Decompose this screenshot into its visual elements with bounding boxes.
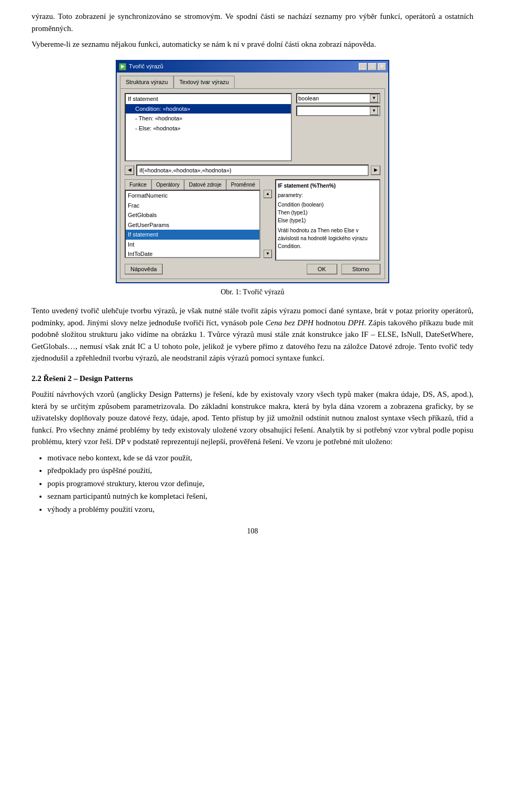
bullet-item-1: motivace nebo kontext, kde se dá vzor po…: [47, 452, 473, 464]
tree-item-if[interactable]: If statement: [126, 94, 291, 104]
intro-paragraph-1: výrazu. Toto zobrazení je synchronizován…: [32, 11, 473, 34]
func-panel: Funkce Operátory Datové zdroje Proměnné …: [125, 179, 272, 261]
dialog-caption: Obr. 1: Tvořič výrazů: [32, 286, 473, 297]
func-tab-promenne[interactable]: Proměnné: [226, 179, 260, 190]
body-paragraph-1: Tento uvedený tvořič ulehčuje tvorbu výr…: [32, 305, 473, 364]
titlebar-buttons[interactable]: _ □ ✕: [359, 63, 386, 70]
titlebar-left: ▶ Tvořič výrazů: [119, 62, 163, 71]
dropdown-arrow-1[interactable]: ▼: [370, 94, 378, 102]
info-description: Vrátí hodnotu za Then nebo Else v závisl…: [278, 227, 378, 250]
func-tab-datove[interactable]: Datové zdroje: [184, 179, 226, 190]
tree-item-else[interactable]: - Else: «hodnota»: [126, 124, 291, 133]
dialog-content: If statement Condition: «hodnota» - Then…: [120, 88, 385, 279]
page-content: výrazu. Toto zobrazení je synchronizován…: [32, 11, 473, 537]
bullet-item-4: seznam participantů nutných ke kompletac…: [47, 490, 473, 502]
ok-storno-buttons: OK Storno: [307, 264, 380, 274]
napoveda-button[interactable]: Nápověda: [125, 264, 163, 274]
top-panels: If statement Condition: «hodnota» - Then…: [125, 93, 380, 161]
info-param-else: Else (type1): [278, 217, 378, 224]
intro-paragraph-2: Vybereme-li ze seznamu nějakou funkci, a…: [32, 38, 473, 50]
close-button[interactable]: ✕: [378, 63, 386, 70]
dropdown-arrow-2[interactable]: ▼: [370, 107, 378, 115]
dialog-container: ▶ Tvořič výrazů _ □ ✕ Struktura výrazu T…: [32, 60, 473, 284]
bottom-row: Nápověda OK Storno: [125, 264, 380, 274]
expression-bar[interactable]: if(«hodnota»,«hodnota»,«hodnota»): [136, 165, 369, 176]
tree-item-condition[interactable]: Condition: «hodnota»: [126, 104, 291, 114]
info-title: IF statement (%Then%): [278, 182, 378, 190]
storno-button[interactable]: Storno: [341, 264, 380, 274]
tab-struktura[interactable]: Struktura výrazu: [120, 76, 174, 89]
bullet-list: motivace nebo kontext, kde se dá vzor po…: [47, 452, 473, 516]
func-tabs: Funkce Operátory Datové zdroje Proměnné: [125, 179, 272, 190]
func-scroll-down[interactable]: ▼: [264, 250, 272, 258]
func-list-scrollbar: ▲ ▼: [264, 190, 272, 258]
func-scroll-up[interactable]: ▲: [264, 190, 272, 198]
ok-button[interactable]: OK: [307, 264, 337, 274]
right-panel: boolean ▼ ▼: [296, 93, 380, 161]
bullet-item-5: výhody a problémy použití vzoru,: [47, 503, 473, 516]
dialog-titlebar: ▶ Tvořič výrazů _ □ ✕: [117, 61, 388, 73]
expression-value: if(«hodnota»,«hodnota»,«hodnota»): [139, 166, 231, 175]
inline-italic-1: Cena bez DPH: [266, 318, 314, 327]
func-tab-operatory[interactable]: Operátory: [152, 179, 184, 190]
section-title: 2.2 Řešení 2 – Design Patterns: [32, 373, 473, 385]
info-params-label: parametry:: [278, 191, 378, 199]
dialog-tabs: Struktura výrazu Textový tvar výrazu: [120, 76, 385, 89]
bullet-item-2: předpoklady pro úspěšné použití,: [47, 465, 473, 477]
info-param-then: Then (type1): [278, 209, 378, 217]
func-item-getuserparams[interactable]: GetUserParams: [126, 220, 259, 230]
scroll-left-btn[interactable]: ◀: [125, 166, 134, 175]
dropdown-boolean-value: boolean: [298, 94, 319, 103]
info-panel: IF statement (%Then%) parametry: Conditi…: [275, 179, 380, 261]
bottom-panels: Funkce Operátory Datové zdroje Proměnné …: [125, 179, 380, 261]
scroll-right-btn[interactable]: ▶: [371, 166, 380, 175]
dialog-body: Struktura výrazu Textový tvar výrazu If …: [117, 73, 388, 283]
func-item-ifstatement[interactable]: If statement: [126, 230, 259, 240]
inline-italic-2: DPH: [348, 318, 364, 327]
func-tab-funkce[interactable]: Funkce: [125, 179, 152, 190]
func-item-getglobals[interactable]: GetGlobals: [126, 210, 259, 220]
dropdown-boolean[interactable]: boolean ▼: [296, 93, 380, 104]
func-bottom-area: FormatNumeric Frac GetGlobals GetUserPar…: [125, 190, 272, 258]
tree-item-then[interactable]: - Then: «hodnota»: [126, 114, 291, 124]
section-paragraph-1: Použití návrhových vzorů (anglicky Desig…: [32, 388, 473, 448]
tab-textovy[interactable]: Textový tvar výrazu: [174, 76, 235, 89]
func-item-frac[interactable]: Frac: [126, 201, 259, 211]
dialog-title: Tvořič výrazů: [129, 62, 163, 71]
func-item-formatnumeric[interactable]: FormatNumeric: [126, 191, 259, 201]
maximize-button[interactable]: □: [368, 63, 377, 70]
func-item-inttodate[interactable]: IntToDate: [126, 249, 259, 258]
func-list: FormatNumeric Frac GetGlobals GetUserPar…: [125, 190, 260, 258]
dropdown-empty[interactable]: ▼: [296, 106, 380, 116]
minimize-button[interactable]: _: [359, 63, 367, 70]
func-item-int[interactable]: Int: [126, 240, 259, 250]
tree-panel: If statement Condition: «hodnota» - Then…: [125, 93, 292, 161]
expr-scroll-row: ◀ if(«hodnota»,«hodnota»,«hodnota») ▶: [125, 165, 380, 176]
page-number: 108: [32, 526, 473, 537]
dialog-title-icon: ▶: [119, 63, 126, 70]
dialog-window: ▶ Tvořič výrazů _ □ ✕ Struktura výrazu T…: [116, 60, 389, 284]
bullet-item-3: popis programové struktury, kterou vzor …: [47, 478, 473, 490]
info-param-condition: Condition (boolean): [278, 201, 378, 209]
